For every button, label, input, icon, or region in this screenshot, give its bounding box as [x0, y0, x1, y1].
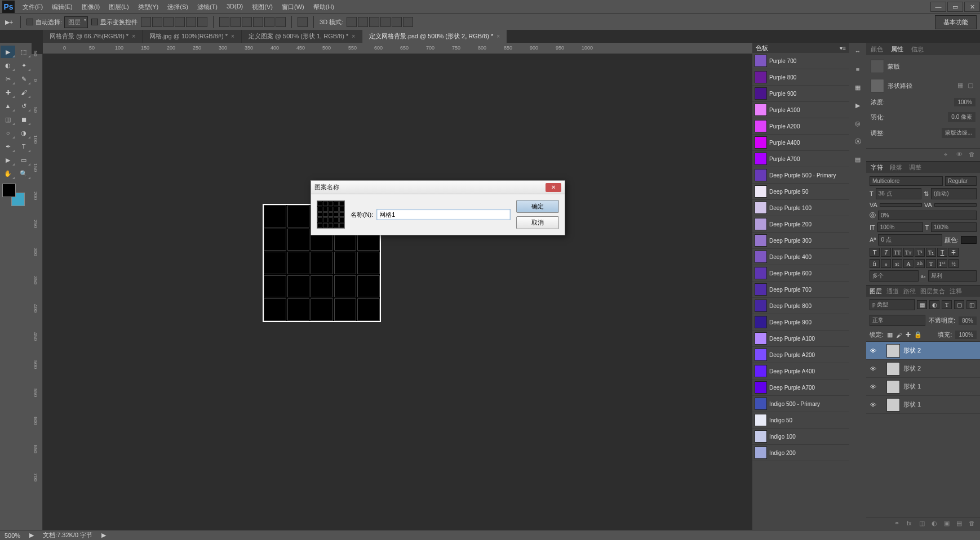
menu-item[interactable]: 滤镜(T): [193, 1, 222, 14]
lock-paint-icon[interactable]: 🖌: [896, 332, 902, 338]
layer-row[interactable]: 👁形状 1: [866, 378, 980, 396]
tracking-val[interactable]: 0%: [878, 211, 977, 220]
leading[interactable]: (自动): [931, 188, 977, 199]
align-icon[interactable]: [152, 17, 162, 27]
play-icon[interactable]: ▶: [853, 100, 863, 110]
distribute-icon[interactable]: [242, 17, 252, 27]
swatch-row[interactable]: Deep Purple 800: [752, 298, 849, 314]
ot-fi[interactable]: fi: [870, 259, 880, 268]
group-icon[interactable]: ▣: [944, 520, 952, 528]
menu-item[interactable]: 窗口(W): [277, 1, 309, 14]
3d-icon[interactable]: [358, 17, 368, 27]
allcaps-button[interactable]: TT: [892, 248, 902, 257]
color-tab[interactable]: 颜色: [871, 45, 883, 53]
foreground-color[interactable]: [2, 184, 16, 197]
layer-row[interactable]: 👁形状 1: [866, 396, 980, 414]
3d-icon[interactable]: [347, 17, 357, 27]
menu-item[interactable]: 选择(S): [163, 1, 193, 14]
3d-icon[interactable]: [392, 17, 402, 27]
ot-ad[interactable]: aꝺ: [915, 259, 925, 268]
workspace-button[interactable]: 基本功能: [935, 15, 977, 29]
font-weight[interactable]: Regular: [945, 176, 977, 186]
swatch-row[interactable]: Deep Purple 900: [752, 314, 849, 331]
adjustment-icon[interactable]: ◐: [932, 520, 939, 528]
swatch-row[interactable]: Purple A200: [752, 118, 849, 135]
filter-adjust-icon[interactable]: ◐: [929, 300, 939, 309]
ot-st[interactable]: st: [892, 259, 902, 268]
distribute-icon[interactable]: [276, 17, 286, 27]
swatch-row[interactable]: Purple A400: [752, 135, 849, 151]
trash-icon[interactable]: 🗑: [969, 151, 977, 159]
color-picker[interactable]: [2, 184, 25, 206]
distribute-icon[interactable]: [264, 17, 274, 27]
visibility-icon[interactable]: 👁: [868, 383, 877, 390]
filter-pixel-icon[interactable]: ▦: [917, 300, 927, 309]
align-icon[interactable]: [163, 17, 174, 27]
italic-button[interactable]: T: [881, 248, 891, 257]
menu-item[interactable]: 帮助(H): [309, 1, 339, 14]
swatch-row[interactable]: Deep Purple 600: [752, 265, 849, 282]
swatch-row[interactable]: Purple A100: [752, 102, 849, 118]
vscale[interactable]: 100%: [877, 222, 923, 232]
adjust-tab[interactable]: 调整: [909, 163, 921, 172]
ot-A[interactable]: A: [903, 259, 914, 268]
zoom-tool[interactable]: 🔍: [16, 167, 31, 180]
pixel-mask-icon[interactable]: ▦: [957, 82, 965, 90]
cancel-button[interactable]: 取消: [516, 216, 559, 229]
eyedropper-tool[interactable]: ✎: [16, 73, 31, 85]
channels-tab[interactable]: 通道: [886, 287, 899, 296]
lock-pos-icon[interactable]: ✚: [906, 331, 911, 338]
document-tab[interactable]: 网格.jpg @ 100%(RGB/8#) *×: [143, 30, 241, 43]
swatch-row[interactable]: Indigo 100: [752, 429, 849, 445]
glyphs-icon[interactable]: Ⓐ: [853, 136, 863, 146]
auto-select-checkbox[interactable]: [26, 19, 33, 25]
layer-row[interactable]: 👁形状 2: [866, 360, 980, 378]
swatch-row[interactable]: Purple A700: [752, 151, 849, 167]
distribute-icon[interactable]: [219, 17, 229, 27]
menu-item[interactable]: 视图(V): [247, 1, 277, 14]
hscale[interactable]: 100%: [931, 222, 977, 232]
close-icon[interactable]: ×: [132, 33, 135, 39]
mask-edge-button[interactable]: 蒙版边缘...: [942, 128, 975, 138]
current-tool-icon[interactable]: ▶+: [3, 16, 15, 28]
blend-mode[interactable]: 正常: [870, 315, 925, 326]
notes-tab[interactable]: 注释: [950, 287, 962, 296]
auto-align-icon[interactable]: [298, 17, 308, 27]
swatch-row[interactable]: Deep Purple 300: [752, 233, 849, 249]
menu-item[interactable]: 类型(Y): [134, 1, 163, 14]
history-brush-tool[interactable]: ↺: [16, 100, 31, 112]
panel-menu-icon[interactable]: ▾≡: [840, 45, 846, 51]
brush-tool[interactable]: 🖌: [16, 86, 31, 99]
mask-add-icon[interactable]: ◫: [919, 520, 927, 528]
lock-trans-icon[interactable]: ▦: [887, 331, 893, 338]
swatch-list[interactable]: Purple 700Purple 800Purple 900Purple A10…: [752, 53, 849, 530]
close-icon[interactable]: ×: [352, 33, 355, 39]
vector-mask-icon[interactable]: ▢: [968, 82, 975, 90]
styles-icon[interactable]: ▦: [853, 82, 863, 92]
eraser-tool[interactable]: ◫: [1, 113, 15, 126]
fill-value[interactable]: 100%: [955, 331, 977, 339]
swatch-row[interactable]: Purple 900: [752, 86, 849, 102]
comps-tab[interactable]: 图层复合: [920, 287, 945, 296]
align-icon[interactable]: [141, 17, 151, 27]
menu-item[interactable]: 图层(L): [104, 1, 133, 14]
artboard-tool[interactable]: ⬚: [16, 46, 31, 58]
filter-text-icon[interactable]: T: [942, 300, 952, 309]
ok-button[interactable]: 确定: [516, 200, 559, 213]
shape-tool[interactable]: ▭: [16, 154, 31, 166]
font-size[interactable]: 36 点: [876, 188, 921, 199]
paragraph-tab[interactable]: 段落: [890, 163, 902, 172]
distribute-icon[interactable]: [253, 17, 263, 27]
visibility-icon[interactable]: 👁: [868, 401, 877, 408]
close-icon[interactable]: ×: [496, 33, 500, 39]
close-button[interactable]: ✕: [964, 2, 980, 12]
font-family[interactable]: Multicolore: [870, 176, 943, 186]
patch-tool[interactable]: ✚: [1, 86, 15, 99]
align-icon[interactable]: [186, 17, 196, 27]
menu-item[interactable]: 编辑(E): [47, 1, 77, 14]
info-tab[interactable]: 信息: [911, 45, 924, 53]
magic-wand-tool[interactable]: ✦: [16, 59, 31, 72]
paths-tab[interactable]: 路径: [903, 287, 916, 296]
layer-list[interactable]: 👁形状 2👁形状 2👁形状 1👁形状 1: [866, 342, 980, 517]
stamp-tool[interactable]: ▲: [1, 100, 15, 112]
